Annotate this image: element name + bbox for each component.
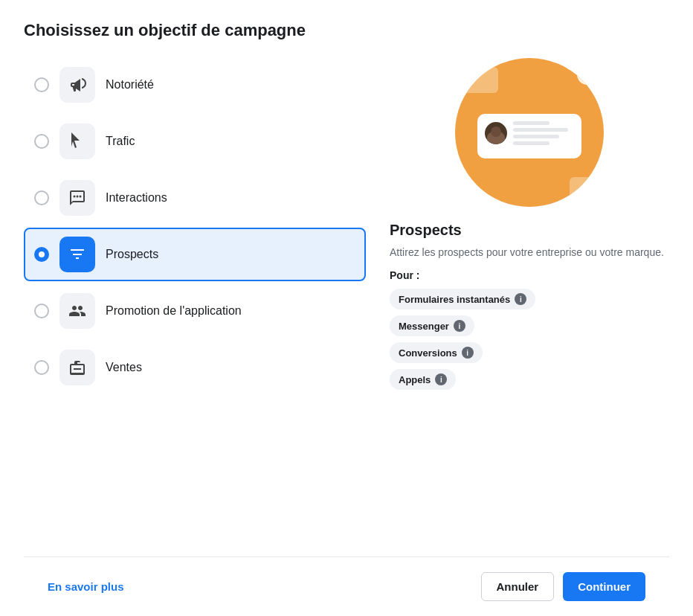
svg-point-2 <box>80 196 82 198</box>
tag-formulaires-label: Formulaires instantanés <box>399 294 510 305</box>
dialog: Choisissez un objectif de campagne Notor… <box>0 0 693 616</box>
illus-line <box>513 135 559 138</box>
prospects-label: Prospects <box>106 248 158 261</box>
footer-actions: Annuler Continuer <box>481 572 646 601</box>
tag-appels: Appels i <box>390 369 456 390</box>
dialog-title: Choisissez un objectif de campagne <box>24 21 669 40</box>
illus-lines <box>513 121 574 145</box>
radio-ventes[interactable] <box>34 360 49 375</box>
interactions-icon-box <box>59 180 95 216</box>
radio-interactions[interactable] <box>34 190 49 205</box>
info-icon-formulaires[interactable]: i <box>515 293 526 305</box>
promotion-icon-box <box>59 293 95 329</box>
svg-point-0 <box>74 196 76 198</box>
detail-panel: ✓ Prospects Attirez les prospects pour v… <box>366 58 669 556</box>
option-interactions[interactable]: Interactions <box>24 171 366 225</box>
content-area: Notoriété Trafic <box>24 58 669 556</box>
radio-prospects[interactable] <box>34 247 49 262</box>
detail-title: Prospects <box>390 222 669 239</box>
radio-inner-dot <box>39 251 45 257</box>
detail-description: Attirez les prospects pour votre entrepr… <box>390 245 669 260</box>
tag-messenger-label: Messenger <box>399 321 449 332</box>
illus-card-header <box>485 121 574 145</box>
dialog-footer: En savoir plus Annuler Continuer <box>24 556 669 616</box>
learn-more-link[interactable]: En savoir plus <box>48 580 124 593</box>
option-ventes[interactable]: Ventes <box>24 341 366 394</box>
svg-point-1 <box>77 196 79 198</box>
illus-deco-tl <box>461 67 498 93</box>
info-icon-messenger[interactable]: i <box>454 320 465 332</box>
illus-checkmark: ✓ <box>577 64 598 85</box>
continue-button[interactable]: Continuer <box>563 572 645 601</box>
megaphone-icon <box>68 76 86 94</box>
cursor-icon <box>68 132 86 150</box>
illus-line <box>513 141 549 145</box>
people-icon <box>68 302 86 320</box>
trafic-label: Trafic <box>106 135 135 148</box>
tag-messenger: Messenger i <box>390 315 474 336</box>
ventes-label: Ventes <box>106 361 142 374</box>
cancel-button[interactable]: Annuler <box>481 572 555 601</box>
info-icon-appels[interactable]: i <box>435 373 447 385</box>
radio-trafic[interactable] <box>34 134 49 149</box>
illus-line <box>513 121 549 125</box>
option-notoriete[interactable]: Notoriété <box>24 58 366 112</box>
radio-notoriete[interactable] <box>34 77 49 92</box>
chat-icon <box>68 189 86 207</box>
tag-conversions: Conversions i <box>390 342 483 363</box>
illus-avatar <box>485 122 507 144</box>
tag-conversions-label: Conversions <box>399 347 457 359</box>
option-prospects[interactable]: Prospects <box>24 228 366 281</box>
illus-deco-br <box>570 177 599 199</box>
radio-promotion[interactable] <box>34 304 49 318</box>
notoriete-label: Notoriété <box>106 78 154 92</box>
notoriete-icon-box <box>59 67 95 103</box>
options-list: Notoriété Trafic <box>24 58 366 556</box>
option-promotion[interactable]: Promotion de l'application <box>24 284 366 338</box>
tags-list: Formulaires instantanés i Messenger i Co… <box>390 289 669 390</box>
promotion-label: Promotion de l'application <box>106 304 242 318</box>
illus-circle: ✓ <box>455 58 604 207</box>
filter-icon <box>68 246 86 263</box>
svg-rect-3 <box>74 368 81 370</box>
briefcase-icon <box>68 359 86 376</box>
illustration: ✓ <box>455 58 604 207</box>
trafic-icon-box <box>59 123 95 159</box>
info-icon-conversions[interactable]: i <box>462 347 474 359</box>
illus-line <box>513 128 568 132</box>
illus-card <box>477 114 581 158</box>
tag-appels-label: Appels <box>399 374 431 385</box>
option-trafic[interactable]: Trafic <box>24 115 366 168</box>
prospects-icon-box <box>59 237 95 272</box>
interactions-label: Interactions <box>106 191 167 205</box>
detail-for-label: Pour : <box>390 269 669 281</box>
ventes-icon-box <box>59 350 95 385</box>
tag-formulaires: Formulaires instantanés i <box>390 289 535 309</box>
